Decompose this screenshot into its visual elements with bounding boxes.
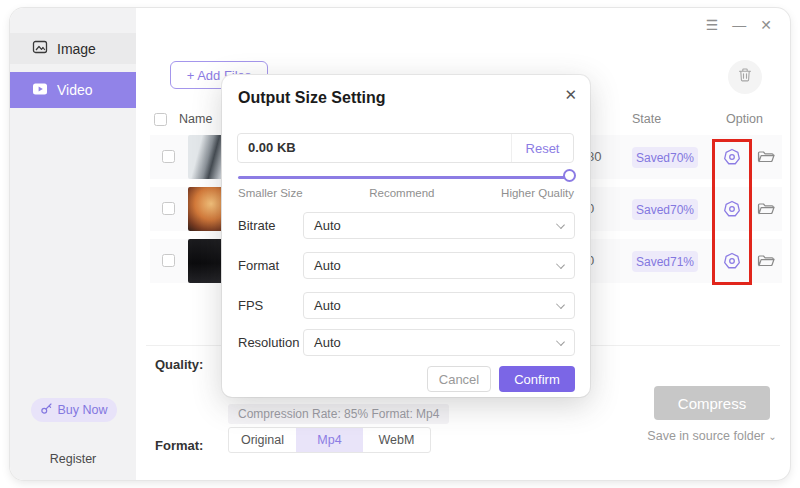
slider-label-recommend: Recommend xyxy=(369,187,434,199)
output-size-value[interactable]: 0.00 KB xyxy=(248,134,296,162)
minimize-icon[interactable]: — xyxy=(732,16,746,34)
row-checkbox[interactable] xyxy=(162,254,175,267)
format-select[interactable]: Auto xyxy=(303,252,575,279)
open-folder-icon[interactable] xyxy=(756,147,776,167)
resolution-select[interactable]: Auto xyxy=(303,329,575,356)
chevron-down-icon xyxy=(556,337,565,346)
resolution-value: Auto xyxy=(314,330,341,355)
dialog-title: Output Size Setting xyxy=(238,89,386,107)
fps-label: FPS xyxy=(238,298,263,313)
open-folder-icon[interactable] xyxy=(756,199,776,219)
slider-labels: Smaller Size Recommend Higher Quality xyxy=(238,187,574,199)
quality-slider-track[interactable] xyxy=(238,176,574,179)
chevron-down-icon xyxy=(556,300,565,309)
format-value: Auto xyxy=(314,253,341,278)
state-badge: Saved70% xyxy=(632,199,698,220)
sidebar-item-image[interactable]: Image xyxy=(10,33,136,64)
slider-label-smaller: Smaller Size xyxy=(238,187,303,199)
reset-button[interactable]: Reset xyxy=(511,134,573,162)
format-option-webm[interactable]: WebM xyxy=(363,428,430,452)
option-column-highlight xyxy=(712,139,752,285)
menu-icon[interactable]: ☰ xyxy=(706,16,719,34)
chevron-down-icon: ⌄ xyxy=(768,431,776,442)
key-icon xyxy=(40,402,53,418)
close-window-icon[interactable]: ✕ xyxy=(760,16,772,34)
quality-label: Quality: xyxy=(155,357,203,372)
format-segmented-control: Original Mp4 WebM xyxy=(228,427,431,453)
save-location-label: Save in source folder xyxy=(647,429,764,443)
save-location-dropdown[interactable]: Save in source folder ⌄ xyxy=(634,429,790,443)
fps-select[interactable]: Auto xyxy=(303,292,575,319)
video-icon xyxy=(32,81,48,100)
confirm-button[interactable]: Confirm xyxy=(499,366,575,392)
close-dialog-icon[interactable]: ✕ xyxy=(564,86,577,104)
window-controls: ☰ — ✕ xyxy=(706,16,772,34)
trash-icon xyxy=(737,67,753,87)
resolution-label: Resolution xyxy=(238,335,299,350)
register-link[interactable]: Register xyxy=(10,452,136,466)
chevron-down-icon xyxy=(556,260,565,269)
app-window: ☰ — ✕ Image Video Buy Now Register + Add… xyxy=(10,8,790,480)
compress-button[interactable]: Compress xyxy=(654,386,770,420)
format-field-label: Format xyxy=(238,258,279,273)
open-folder-icon[interactable] xyxy=(756,251,776,271)
column-header-option: Option xyxy=(726,112,763,126)
select-all-checkbox[interactable] xyxy=(154,113,167,126)
buy-now-label: Buy Now xyxy=(57,403,107,417)
format-option-mp4[interactable]: Mp4 xyxy=(296,428,363,452)
cancel-button[interactable]: Cancel xyxy=(427,366,491,392)
fps-value: Auto xyxy=(314,293,341,318)
image-icon xyxy=(32,39,48,58)
slider-label-higher: Higher Quality xyxy=(501,187,574,199)
row-checkbox[interactable] xyxy=(162,150,175,163)
chevron-down-icon xyxy=(556,220,565,229)
row-checkbox[interactable] xyxy=(162,202,175,215)
sidebar-item-label: Video xyxy=(57,82,93,98)
delete-all-button[interactable] xyxy=(728,60,762,94)
bitrate-select[interactable]: Auto xyxy=(303,212,575,239)
bitrate-value: Auto xyxy=(314,213,341,238)
compression-info: Compression Rate: 85% Format: Mp4 xyxy=(228,404,449,424)
format-label: Format: xyxy=(155,438,203,453)
output-size-input[interactable]: 0.00 KB Reset xyxy=(237,133,574,163)
sidebar-item-video[interactable]: Video xyxy=(10,72,136,108)
output-size-setting-dialog: Output Size Setting ✕ 0.00 KB Reset Smal… xyxy=(222,75,590,397)
state-badge: Saved70% xyxy=(632,147,698,168)
sidebar: Image Video Buy Now Register xyxy=(10,8,136,480)
column-header-name: Name xyxy=(179,112,212,126)
bitrate-label: Bitrate xyxy=(238,218,276,233)
quality-slider-thumb[interactable] xyxy=(563,169,576,182)
state-badge: Saved71% xyxy=(632,251,698,272)
sidebar-item-label: Image xyxy=(57,41,96,57)
column-header-state: State xyxy=(632,112,661,126)
buy-now-button[interactable]: Buy Now xyxy=(31,398,117,422)
format-option-original[interactable]: Original xyxy=(229,428,296,452)
